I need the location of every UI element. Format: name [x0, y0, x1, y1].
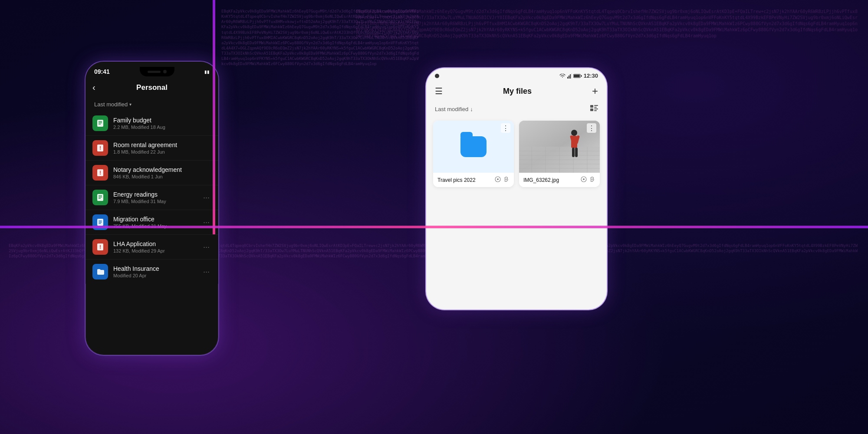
status-time-right: 12:30 — [584, 72, 598, 79]
file-name: Migration office — [113, 216, 196, 223]
file-icon-red — [92, 239, 108, 255]
svg-rect-14 — [570, 74, 571, 79]
files-grid: ⋮ Travel pics 2022 — [426, 117, 607, 191]
list-item[interactable]: Migration office 755 KB, Modified 31 May… — [85, 210, 218, 234]
file-icon-red — [92, 165, 108, 181]
file-name: LHA Application — [113, 240, 196, 247]
list-item[interactable]: Room rental agreement 1.8 MB, Modified 2… — [85, 135, 218, 160]
vertical-accent-bar — [213, 0, 215, 234]
grid-item-actions — [495, 176, 510, 184]
file-list-left: Family budget 2.2 MB, Modified 18 Aug Ro… — [85, 111, 218, 284]
svg-rect-17 — [581, 75, 582, 77]
folder-icon — [460, 136, 487, 157]
svg-point-39 — [571, 130, 577, 136]
horizontal-accent-bar — [0, 226, 868, 228]
svg-rect-44 — [575, 148, 578, 157]
file-icon-green — [92, 115, 108, 131]
grid-item-name-folder: Travel pics 2022 — [437, 177, 476, 183]
screen-title-right: My files — [503, 87, 532, 96]
grid-item-photo[interactable]: ⋮ IMG_63262.jpg — [519, 121, 600, 187]
grid-item-folder[interactable]: ⋮ Travel pics 2022 — [433, 121, 514, 187]
status-bar-right: 12:30 — [426, 68, 607, 82]
sort-arrow-left: ▾ — [129, 102, 132, 107]
file-name: Room rental agreement — [113, 141, 211, 148]
status-time-left: 09:41 — [94, 68, 110, 75]
sort-label-text-right: Last modified — [435, 106, 468, 112]
nav-bar-left: ‹ Personal — [85, 79, 218, 98]
svg-rect-0 — [97, 120, 103, 127]
list-item[interactable]: Energy readings 7.9 MB, Modified 31 May … — [85, 185, 218, 210]
svg-rect-12 — [567, 77, 568, 79]
grid-item-footer-folder: Travel pics 2022 — [433, 173, 514, 187]
file-name: Energy readings — [113, 191, 196, 198]
status-icons-right: 12:30 — [559, 72, 598, 79]
svg-rect-21 — [594, 107, 597, 108]
file-meta: Modified 20 Apr — [113, 273, 196, 278]
svg-rect-13 — [569, 76, 569, 79]
file-meta: 7.9 MB, Modified 31 May — [113, 199, 196, 204]
sort-label-text-left: Last modified — [94, 101, 128, 108]
svg-rect-23 — [594, 108, 598, 109]
list-item[interactable]: Notary acknowledgement 846 KB, Modified … — [85, 160, 218, 185]
svg-rect-18 — [574, 75, 580, 77]
file-meta: 132 KB, Modified 29 Apr — [113, 248, 196, 253]
status-icons-left: ▮▮ — [204, 69, 210, 74]
menu-button[interactable]: ☰ — [435, 86, 443, 96]
more-options-button[interactable]: ··· — [201, 191, 211, 204]
photo-thumbnail: ⋮ — [519, 121, 600, 173]
grid-item-actions-photo — [581, 176, 595, 184]
file-meta: 846 KB, Modified 1 Jun — [113, 174, 211, 179]
file-icon-blue-folder — [92, 264, 108, 279]
sort-row-left: Last modified ▾ — [85, 98, 218, 111]
list-item[interactable]: Family budget 2.2 MB, Modified 18 Aug — [85, 111, 218, 135]
svg-rect-15 — [571, 73, 572, 79]
grid-more-button-photo[interactable]: ⋮ — [587, 123, 596, 133]
sort-down-arrow-icon: ↓ — [470, 106, 473, 112]
phone-left: 09:41 ▮▮ ‹ Personal Last modified ▾ Fami… — [85, 61, 219, 356]
signal-icon — [567, 73, 572, 79]
file-name: Family budget — [113, 117, 211, 124]
notch-speaker — [148, 71, 161, 73]
sort-selector-right[interactable]: Last modified ↓ — [435, 106, 473, 112]
battery-icon: ▮▮ — [204, 69, 210, 74]
svg-rect-24 — [594, 110, 597, 111]
file-meta: 2.2 MB, Modified 18 Aug — [113, 125, 211, 130]
file-name: Health Insurance — [113, 265, 196, 272]
screen-title-left: Personal — [136, 83, 168, 92]
file-name-notary: Notary acknowledgement — [113, 166, 211, 173]
more-options-button[interactable]: ··· — [201, 266, 211, 278]
svg-rect-19 — [590, 105, 593, 108]
link-icon-photo[interactable] — [589, 176, 595, 184]
file-icon-red — [92, 140, 108, 156]
phone-right: 12:30 ☰ My files + Last modified ↓ — [425, 67, 608, 310]
file-info: Energy readings 7.9 MB, Modified 31 May — [113, 191, 196, 204]
share-circle-icon-photo[interactable] — [581, 176, 587, 184]
file-info: Health Insurance Modified 20 Apr — [113, 265, 196, 278]
file-icon-green — [92, 190, 108, 205]
list-item[interactable]: Health Insurance Modified 20 Apr ··· — [85, 259, 218, 284]
wifi-icon — [559, 74, 566, 78]
file-info: Notary acknowledgement 846 KB, Modified … — [113, 166, 211, 179]
list-item[interactable]: LHA Application 132 KB, Modified 29 Apr … — [85, 234, 218, 259]
file-info: LHA Application 132 KB, Modified 29 Apr — [113, 240, 196, 253]
file-info: Room rental agreement 1.8 MB, Modified 2… — [113, 141, 211, 155]
svg-point-26 — [497, 178, 499, 180]
folder-thumbnail: ⋮ — [433, 121, 514, 173]
status-bar-left: 09:41 ▮▮ — [85, 62, 218, 79]
view-toggle-button[interactable] — [590, 105, 598, 113]
share-circle-icon[interactable] — [495, 176, 501, 184]
back-button[interactable]: ‹ — [92, 82, 95, 92]
sort-row-right: Last modified ↓ — [426, 102, 607, 117]
sort-selector-left[interactable]: Last modified ▾ — [94, 101, 132, 108]
notch — [140, 67, 174, 76]
link-icon[interactable] — [503, 176, 510, 184]
file-meta: 1.8 MB, Modified 22 Jun — [113, 149, 211, 155]
grid-more-button[interactable]: ⋮ — [501, 123, 510, 133]
grid-item-footer-photo: IMG_63262.jpg — [519, 173, 600, 187]
svg-rect-43 — [572, 148, 575, 157]
add-file-button[interactable]: + — [592, 85, 598, 97]
svg-rect-6 — [97, 194, 103, 201]
grid-item-name-photo: IMG_63262.jpg — [523, 177, 559, 183]
more-options-button[interactable]: ··· — [201, 241, 211, 253]
nav-bar-right: ☰ My files + — [426, 82, 607, 102]
